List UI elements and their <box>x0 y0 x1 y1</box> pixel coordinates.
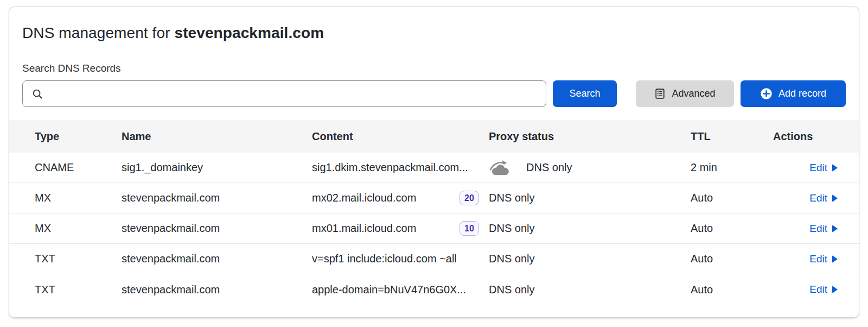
edit-link-label: Edit <box>809 253 827 265</box>
edit-link-label: Edit <box>809 284 827 295</box>
add-record-label: Add record <box>778 88 826 99</box>
record-content-value: mx01.mail.icloud.com <box>312 222 416 235</box>
advanced-button-label: Advanced <box>672 88 715 99</box>
record-proxy-status: DNS only <box>489 192 691 204</box>
record-actions: Edit <box>773 223 838 235</box>
edit-arrow-icon <box>832 255 838 263</box>
header-type: Type <box>35 130 122 143</box>
page-title-domain: stevenpackmail.com <box>174 24 324 41</box>
mx-priority-badge: 10 <box>459 221 479 236</box>
record-ttl: Auto <box>691 284 773 296</box>
edit-record-link[interactable]: Edit <box>809 162 838 174</box>
edit-link-label: Edit <box>809 223 827 235</box>
page-title: DNS management for stevenpackmail.com <box>22 23 846 43</box>
record-content-value: v=spf1 include:icloud.com ~all <box>312 253 457 265</box>
record-content: mx01.mail.icloud.com 10 <box>312 221 489 236</box>
record-name: stevenpackmail.com <box>122 253 312 265</box>
dns-records-table: Type Name Content Proxy status TTL Actio… <box>9 120 859 305</box>
header-content: Content <box>312 130 489 143</box>
advanced-button[interactable]: Advanced <box>636 80 734 107</box>
record-actions: Edit <box>773 284 838 295</box>
record-proxy-status: DNS only <box>489 284 691 296</box>
dns-only-cloud-icon <box>489 160 511 176</box>
search-icon <box>31 88 43 100</box>
record-proxy-status: DNS only <box>489 160 691 176</box>
record-actions: Edit <box>773 162 838 174</box>
record-type: TXT <box>35 253 122 265</box>
dns-management-card: DNS management for stevenpackmail.com Se… <box>9 7 859 318</box>
edit-record-link[interactable]: Edit <box>809 223 838 235</box>
edit-record-link[interactable]: Edit <box>809 192 838 204</box>
search-button-label: Search <box>569 88 600 99</box>
page-title-prefix: DNS management for <box>22 24 170 41</box>
edit-record-link[interactable]: Edit <box>809 284 838 295</box>
record-ttl: 2 min <box>691 161 773 174</box>
record-content: apple-domain=bNuV47n6G0X... <box>312 284 489 296</box>
search-label: Search DNS Records <box>22 62 846 74</box>
header-proxy-status: Proxy status <box>489 130 691 143</box>
plus-circle-icon <box>760 87 773 100</box>
header-ttl: TTL <box>691 130 773 143</box>
proxy-status-text: DNS only <box>526 161 572 174</box>
table-row: TXT stevenpackmail.com v=spf1 include:ic… <box>9 244 859 274</box>
advanced-list-icon <box>654 88 666 99</box>
record-name: sig1._domainkey <box>122 161 312 174</box>
add-record-button[interactable]: Add record <box>741 80 846 107</box>
table-row: MX stevenpackmail.com mx02.mail.icloud.c… <box>9 183 859 213</box>
search-button[interactable]: Search <box>553 80 617 107</box>
record-actions: Edit <box>773 253 838 265</box>
proxy-status-text: DNS only <box>489 192 534 204</box>
table-row: CNAME sig1._domainkey sig1.dkim.stevenpa… <box>9 153 859 183</box>
record-ttl: Auto <box>691 222 773 235</box>
record-type: CNAME <box>35 161 122 174</box>
record-proxy-status: DNS only <box>489 253 691 265</box>
record-content-value: mx02.mail.icloud.com <box>312 192 416 204</box>
record-name: stevenpackmail.com <box>122 192 312 204</box>
record-type: MX <box>35 222 122 235</box>
record-content-value: apple-domain=bNuV47n6G0X... <box>312 284 466 296</box>
record-content: v=spf1 include:icloud.com ~all <box>312 253 489 265</box>
proxy-status-text: DNS only <box>489 222 534 235</box>
record-ttl: Auto <box>691 253 773 265</box>
search-input[interactable] <box>43 81 546 106</box>
record-type: TXT <box>35 284 122 296</box>
record-name: stevenpackmail.com <box>122 222 312 235</box>
edit-arrow-icon <box>832 225 838 232</box>
edit-record-link[interactable]: Edit <box>809 253 838 265</box>
record-type: MX <box>35 192 122 204</box>
search-input-container <box>22 80 546 107</box>
header-actions: Actions <box>773 130 838 143</box>
record-actions: Edit <box>773 192 838 204</box>
table-body: CNAME sig1._domainkey sig1.dkim.stevenpa… <box>9 153 859 305</box>
edit-link-label: Edit <box>809 162 827 174</box>
proxy-status-text: DNS only <box>489 284 534 296</box>
table-row: MX stevenpackmail.com mx01.mail.icloud.c… <box>9 213 859 244</box>
table-header: Type Name Content Proxy status TTL Actio… <box>9 120 859 153</box>
record-ttl: Auto <box>691 192 773 204</box>
mx-priority-badge: 20 <box>459 191 479 205</box>
header-name: Name <box>122 130 312 143</box>
record-proxy-status: DNS only <box>489 222 691 235</box>
edit-arrow-icon <box>832 164 838 172</box>
table-row: TXT stevenpackmail.com apple-domain=bNuV… <box>9 274 859 305</box>
search-toolbar: Search Advanced <box>22 80 846 107</box>
record-content: mx02.mail.icloud.com 20 <box>312 191 489 205</box>
record-content-value: sig1.dkim.stevenpackmail.com... <box>312 161 468 174</box>
record-content: sig1.dkim.stevenpackmail.com... <box>312 161 489 174</box>
edit-link-label: Edit <box>809 192 827 204</box>
edit-arrow-icon <box>832 286 838 293</box>
proxy-status-text: DNS only <box>489 253 534 265</box>
edit-arrow-icon <box>832 194 838 202</box>
record-name: stevenpackmail.com <box>122 284 312 296</box>
